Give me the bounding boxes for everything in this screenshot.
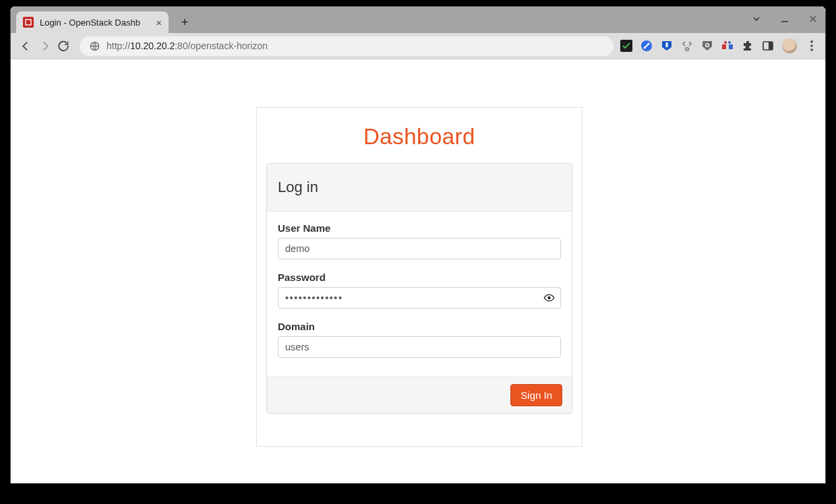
domain-input[interactable]	[278, 336, 561, 358]
svg-rect-12	[729, 44, 733, 49]
extension-icon-2[interactable]	[640, 40, 653, 52]
svg-point-8	[686, 48, 689, 51]
window-minimize-icon[interactable]	[777, 11, 793, 27]
url-prefix: http://	[107, 40, 130, 51]
address-bar[interactable]: http://10.20.20.2:80/openstack-horizon	[80, 36, 614, 56]
svg-rect-7	[666, 42, 668, 47]
forward-button[interactable]	[35, 36, 54, 55]
browser-menu-icon[interactable]	[805, 39, 818, 53]
svg-point-18	[810, 44, 813, 47]
page-viewport: Dashboard Log in User Name Password	[11, 59, 825, 483]
close-tab-icon[interactable]: ×	[156, 18, 162, 28]
browser-window: Login - OpenStack Dashb × +	[10, 6, 826, 484]
extensions-menu-icon[interactable]	[742, 40, 754, 52]
browser-toolbar: http://10.20.20.2:80/openstack-horizon	[11, 33, 825, 59]
username-field-group: User Name	[278, 222, 561, 259]
svg-point-13	[724, 41, 727, 44]
window-controls	[748, 11, 821, 27]
login-card: Dashboard Log in User Name Password	[256, 107, 583, 447]
browser-tab[interactable]: Login - OpenStack Dashb ×	[16, 11, 169, 33]
sign-in-button[interactable]: Sign In	[510, 384, 562, 406]
password-field-group: Password	[278, 272, 561, 309]
password-label: Password	[278, 272, 561, 283]
login-panel: Log in User Name Password	[266, 163, 572, 414]
username-label: User Name	[278, 222, 561, 234]
extension-icon-4[interactable]	[681, 40, 693, 52]
svg-rect-16	[769, 42, 773, 50]
username-input[interactable]	[278, 238, 561, 259]
svg-rect-0	[26, 20, 31, 25]
tab-title: Login - OpenStack Dashb	[40, 18, 152, 28]
svg-point-14	[728, 41, 731, 44]
extension-icon-5[interactable]	[701, 40, 713, 52]
login-form: User Name Password	[267, 212, 572, 377]
extension-icon-3[interactable]	[661, 40, 673, 52]
extension-icon-1[interactable]	[620, 40, 632, 52]
svg-point-5	[643, 46, 645, 49]
url-host: 10.20.20.2	[130, 40, 175, 51]
window-menu-icon[interactable]	[748, 11, 765, 27]
window-close-icon[interactable]	[805, 11, 821, 27]
login-heading: Log in	[267, 164, 572, 212]
svg-rect-11	[722, 44, 726, 49]
card-gap	[257, 414, 582, 446]
extension-icon-6[interactable]	[721, 40, 734, 52]
svg-point-10	[707, 44, 709, 46]
brand-title: Dashboard	[257, 108, 582, 163]
reveal-password-icon[interactable]	[543, 292, 555, 304]
svg-point-17	[810, 40, 813, 43]
new-tab-button[interactable]: +	[175, 13, 194, 32]
url-rest: :80/openstack-horizon	[175, 40, 268, 51]
site-info-icon[interactable]	[89, 40, 100, 51]
side-panel-icon[interactable]	[762, 40, 774, 52]
svg-point-20	[547, 296, 550, 299]
back-button[interactable]	[16, 36, 35, 55]
openstack-favicon	[23, 17, 34, 28]
login-footer: Sign In	[267, 377, 572, 413]
domain-label: Domain	[278, 321, 561, 332]
svg-point-19	[810, 49, 813, 51]
url-text: http://10.20.20.2:80/openstack-horizon	[107, 40, 268, 51]
password-input[interactable]	[278, 287, 561, 309]
reload-button[interactable]	[54, 36, 73, 55]
profile-avatar[interactable]	[782, 38, 797, 53]
extension-icons	[620, 38, 818, 53]
tab-strip: Login - OpenStack Dashb × +	[11, 7, 825, 33]
svg-point-6	[647, 42, 649, 44]
domain-field-group: Domain	[278, 321, 561, 358]
